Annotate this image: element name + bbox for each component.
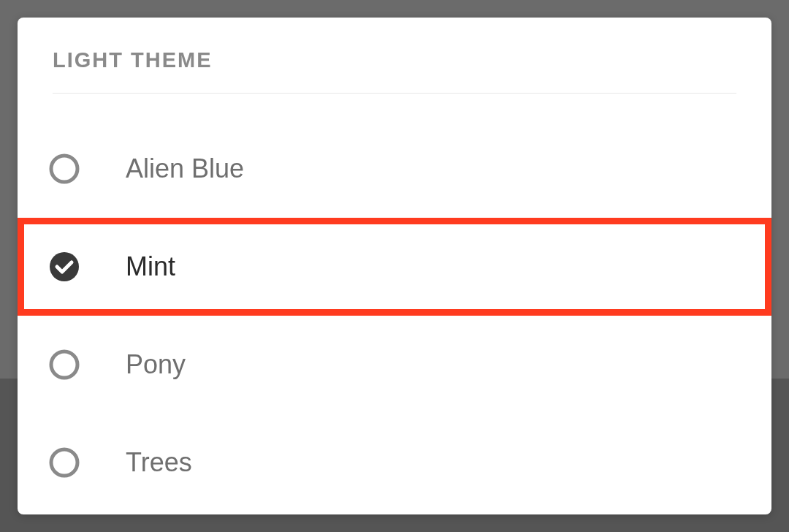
- theme-option-trees[interactable]: Trees: [18, 414, 771, 512]
- theme-option-mint[interactable]: Mint: [18, 218, 771, 316]
- theme-option-label: Pony: [126, 349, 186, 380]
- theme-option-label: Mint: [126, 251, 175, 282]
- radio-checked-icon: [48, 251, 80, 283]
- theme-option-list: Alien Blue Mint Pony: [18, 94, 771, 512]
- theme-option-label: Alien Blue: [126, 153, 244, 184]
- radio-unchecked-icon: [48, 349, 80, 381]
- theme-option-pony[interactable]: Pony: [18, 316, 771, 414]
- theme-picker-modal: LIGHT THEME Alien Blue Mint: [18, 18, 771, 514]
- theme-option-label: Trees: [126, 447, 192, 478]
- svg-point-1: [50, 252, 79, 281]
- radio-unchecked-icon: [48, 446, 80, 479]
- theme-option-alien-blue[interactable]: Alien Blue: [18, 120, 771, 218]
- svg-point-3: [51, 449, 77, 476]
- svg-point-0: [51, 156, 77, 182]
- svg-point-2: [51, 352, 77, 378]
- section-title: LIGHT THEME: [18, 18, 771, 93]
- radio-unchecked-icon: [48, 153, 80, 185]
